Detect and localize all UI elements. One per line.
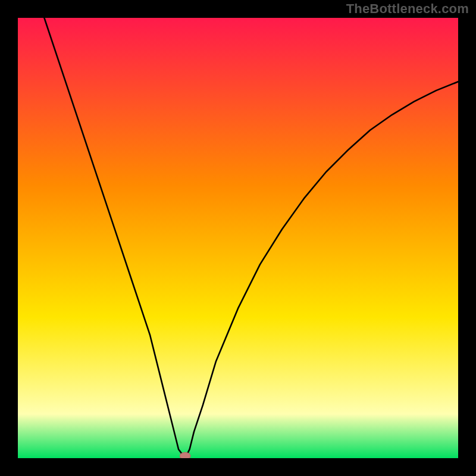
chart-frame: TheBottleneck.com (0, 0, 476, 476)
plot-area (18, 18, 458, 458)
gradient-background (18, 18, 458, 458)
bottleneck-plot (18, 18, 458, 458)
optimal-marker (180, 452, 190, 458)
watermark-text: TheBottleneck.com (346, 1, 469, 17)
